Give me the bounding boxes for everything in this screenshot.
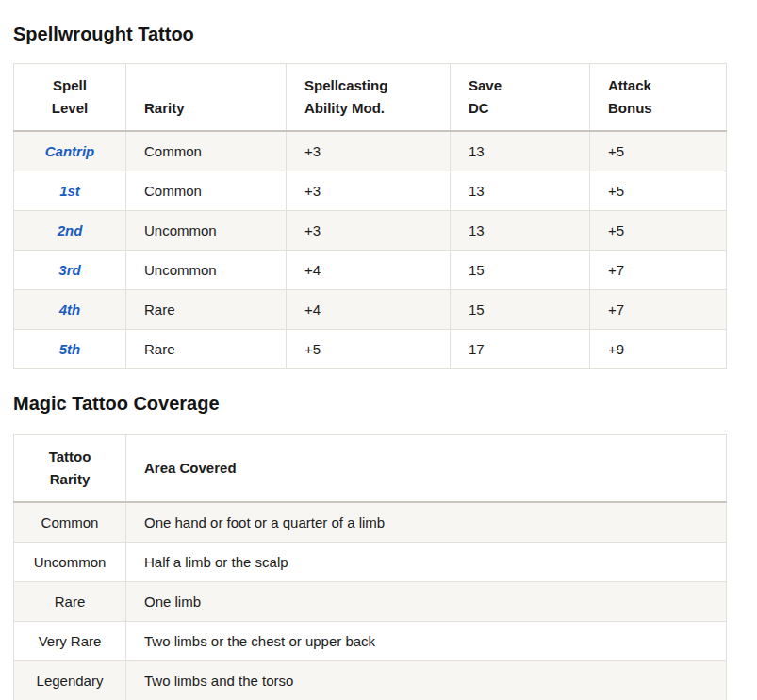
cell-ability-mod: +3 [287,211,451,251]
column-header-line: Tattoo [32,446,107,468]
spellwrought-heading: Spellwrought Tattoo [13,23,757,45]
coverage-table: Tattoo Rarity Area Covered Common One ha… [13,434,727,700]
cell-spell-level: 2nd [14,211,126,251]
cell-attack-bonus: +9 [590,330,727,369]
column-header-line: Area Covered [144,457,708,480]
spell-level-link[interactable]: 2nd [58,222,83,238]
spell-level-link[interactable]: Cantrip [45,143,95,159]
cell-ability-mod: +5 [287,330,451,369]
cell-area-covered: One hand or foot or a quarter of a limb [126,502,727,543]
column-header-spell-level: Spell Level [14,64,126,132]
cell-attack-bonus: +5 [590,131,727,171]
table-row: Rare One limb [14,582,727,622]
coverage-table-body: Common One hand or foot or a quarter of … [14,502,727,700]
cell-rarity: Uncommon [126,251,287,290]
column-header-line: Spellcasting [304,74,432,97]
table-row: Cantrip Common +3 13 +5 [14,131,727,171]
column-header-save-dc: Save DC [451,64,590,132]
cell-area-covered: One limb [126,582,727,622]
table-row: Legendary Two limbs and the torso [14,661,727,700]
spell-level-link[interactable]: 4th [59,301,81,317]
header-row: Tattoo Rarity Area Covered [14,435,727,503]
table-row: Very Rare Two limbs or the chest or uppe… [14,622,727,661]
cell-rarity: Rare [126,330,287,369]
cell-save-dc: 13 [451,131,590,171]
table-row: 2nd Uncommon +3 13 +5 [14,211,727,251]
spell-level-link[interactable]: 3rd [58,262,80,278]
cell-save-dc: 15 [451,290,590,330]
cell-save-dc: 15 [451,251,590,290]
column-header-line: Save [469,74,571,97]
cell-ability-mod: +3 [287,131,451,171]
cell-spell-level: 1st [14,171,126,211]
column-header-line: Rarity [32,468,107,491]
cell-save-dc: 13 [451,171,590,211]
cell-rarity: Common [126,171,287,211]
table-row: 1st Common +3 13 +5 [14,171,727,211]
cell-tattoo-rarity: Very Rare [14,622,126,661]
column-header-tattoo-rarity: Tattoo Rarity [14,435,126,503]
column-header-attack-bonus: Attack Bonus [590,64,727,132]
column-header-ability-mod: Spellcasting Ability Mod. [287,64,451,132]
cell-rarity: Uncommon [126,211,287,251]
cell-spell-level: 3rd [14,251,126,290]
cell-spell-level: 4th [14,290,126,330]
cell-area-covered: Two limbs and the torso [126,661,727,700]
cell-attack-bonus: +5 [590,211,727,251]
spell-level-link[interactable]: 1st [59,183,80,199]
cell-area-covered: Half a limb or the scalp [126,543,727,582]
spell-level-link[interactable]: 5th [59,341,81,357]
cell-tattoo-rarity: Common [14,502,126,543]
column-header-line: Ability Mod. [304,97,432,120]
column-header-line: Bonus [608,97,708,120]
column-header-line: Spell [32,74,107,97]
cell-spell-level: Cantrip [14,131,126,171]
coverage-heading: Magic Tattoo Coverage [13,392,757,415]
table-row: Uncommon Half a limb or the scalp [14,543,727,582]
cell-rarity: Common [126,131,287,171]
spellwrought-table-body: Cantrip Common +3 13 +5 1st Common +3 13… [14,131,727,369]
table-row: 5th Rare +5 17 +9 [14,330,727,369]
column-header-line: Attack [608,74,708,97]
coverage-table-header: Tattoo Rarity Area Covered [14,435,727,503]
column-header-line: DC [469,97,571,120]
table-row: 3rd Uncommon +4 15 +7 [14,251,727,290]
cell-save-dc: 13 [451,211,590,251]
cell-ability-mod: +4 [287,290,451,330]
column-header-area-covered: Area Covered [126,435,727,503]
cell-tattoo-rarity: Rare [14,582,126,622]
cell-attack-bonus: +5 [590,171,727,211]
column-header-line: Level [32,97,107,120]
cell-area-covered: Two limbs or the chest or upper back [126,622,727,661]
cell-tattoo-rarity: Legendary [14,661,126,700]
cell-ability-mod: +3 [287,171,451,211]
column-header-line: Rarity [144,97,268,120]
spellwrought-table: Spell Level Rarity Spellcasting Ability … [13,63,727,369]
cell-tattoo-rarity: Uncommon [14,543,126,582]
header-row: Spell Level Rarity Spellcasting Ability … [14,64,727,132]
cell-spell-level: 5th [14,330,126,369]
cell-rarity: Rare [126,290,287,330]
table-row: Common One hand or foot or a quarter of … [14,502,727,543]
cell-attack-bonus: +7 [590,251,727,290]
page-content: Spellwrought Tattoo Spell Level Rarity S… [0,0,757,700]
cell-save-dc: 17 [451,330,590,369]
table-row: 4th Rare +4 15 +7 [14,290,727,330]
column-header-rarity: Rarity [126,64,287,132]
spellwrought-table-header: Spell Level Rarity Spellcasting Ability … [14,64,727,132]
cell-ability-mod: +4 [287,251,451,290]
cell-attack-bonus: +7 [590,290,727,330]
